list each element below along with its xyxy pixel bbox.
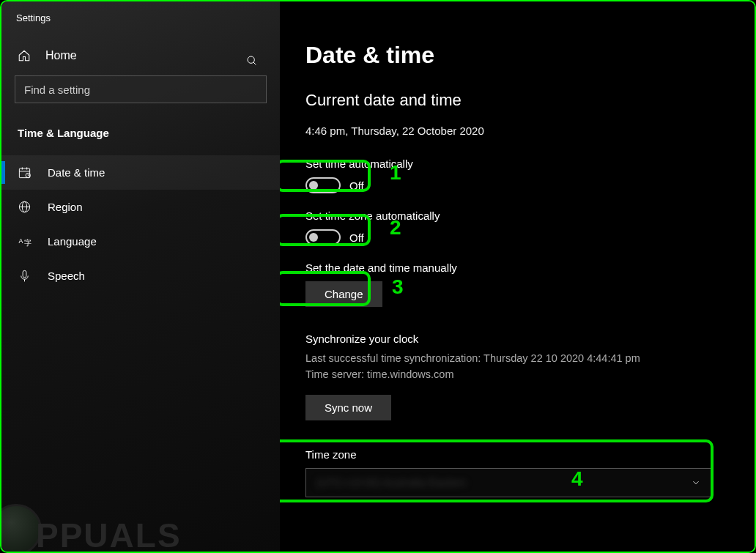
svg-line-1 [253, 62, 256, 64]
sidebar-home[interactable]: Home [1, 42, 280, 75]
svg-text:A: A [19, 237, 23, 245]
main-panel: Date & time Current date and time 4:46 p… [280, 1, 755, 552]
svg-line-8 [28, 175, 29, 176]
svg-point-0 [248, 56, 254, 63]
search-wrap [1, 75, 280, 118]
home-label: Home [45, 49, 77, 62]
current-date-value: 4:46 pm, Thursday, 22 October 2020 [305, 125, 740, 137]
sidebar-item-label: Region [48, 201, 83, 213]
set-time-auto-label: Set time automatically [305, 157, 740, 170]
calendar-icon [18, 166, 32, 179]
sidebar-item-label: Language [48, 235, 97, 248]
svg-text:字: 字 [24, 239, 32, 247]
timezone-select[interactable]: (UTC+10:00) Australia Eastern [305, 468, 712, 497]
sidebar-item-speech[interactable]: Speech [1, 259, 280, 293]
set-time-auto-toggle[interactable] [305, 177, 341, 193]
sidebar-item-region[interactable]: Region [1, 190, 280, 224]
set-tz-auto-label: Set time zone automatically [305, 209, 740, 222]
search-input[interactable] [15, 75, 267, 103]
watermark-text: PPUALS [36, 516, 182, 553]
change-button[interactable]: Change [305, 281, 382, 307]
toggle-knob [309, 181, 318, 190]
watermark-avatar [0, 504, 42, 553]
window-title: Settings [1, 12, 280, 42]
svg-rect-14 [23, 270, 26, 278]
globe-icon [18, 200, 32, 214]
sidebar-item-language[interactable]: A 字 Language [1, 224, 280, 259]
set-tz-auto-toggle[interactable] [305, 229, 341, 245]
page-title: Date & time [305, 42, 740, 69]
language-icon: A 字 [18, 234, 32, 248]
set-time-auto-state: Off [349, 179, 364, 192]
sidebar-item-date-time[interactable]: Date & time [1, 155, 280, 190]
timezone-value: (UTC+10:00) Australia Eastern [316, 476, 467, 489]
sync-now-button[interactable]: Sync now [305, 395, 391, 420]
manual-label: Set the date and time manually [305, 261, 740, 274]
toggle-knob [309, 233, 318, 242]
sidebar-item-label: Date & time [48, 166, 105, 179]
home-icon [18, 49, 31, 62]
search-icon [246, 55, 258, 67]
sync-info: Last successful time synchronization: Th… [305, 351, 740, 383]
chevron-down-icon [691, 478, 701, 488]
sync-title: Synchronize your clock [305, 333, 740, 345]
section-header: Time & Language [1, 118, 280, 155]
sync-last: Last successful time synchronization: Th… [305, 352, 640, 364]
timezone-label: Time zone [305, 448, 740, 461]
current-date-header: Current date and time [305, 91, 740, 110]
watermark: PPUALS [0, 504, 182, 553]
sidebar: Settings Home Time & Language Date & tim… [1, 1, 280, 552]
set-tz-auto-state: Off [349, 231, 364, 244]
sidebar-item-label: Speech [48, 270, 85, 282]
sync-server: Time server: time.windows.com [305, 368, 454, 380]
mic-icon [18, 269, 32, 283]
